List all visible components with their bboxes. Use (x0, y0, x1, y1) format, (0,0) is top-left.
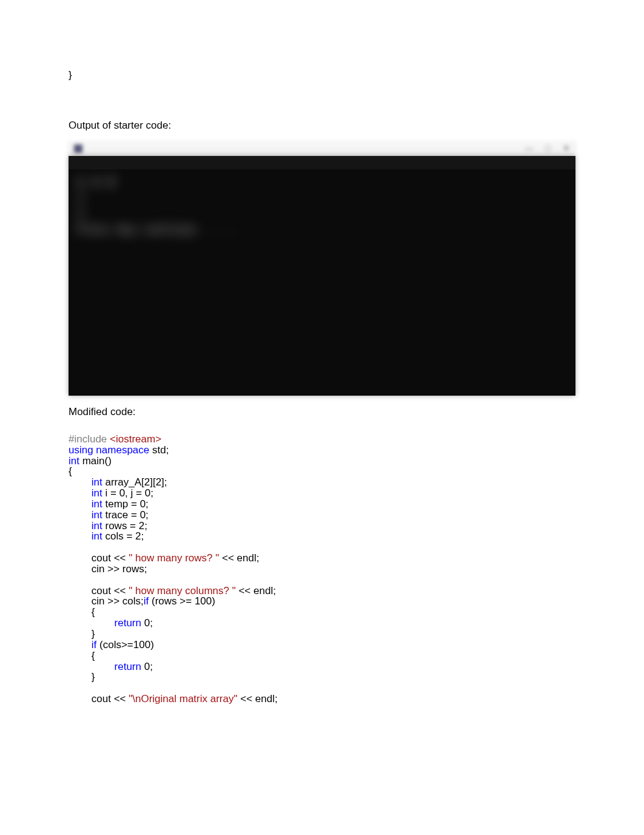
code-keyword: return (115, 617, 144, 629)
code-brace: } (92, 671, 95, 683)
code-text: cin >> cols; (92, 595, 144, 607)
code-keyword: if (144, 595, 152, 607)
code-text: cin >> rows; (92, 563, 147, 575)
code-keyword: int (92, 509, 106, 521)
code-text: << endl; (238, 693, 278, 705)
code-brace: { (92, 650, 95, 661)
code-string: "\nOriginal matrix array" (129, 693, 237, 705)
code-text: cout << (92, 552, 129, 564)
code-keyword: int (69, 455, 82, 467)
code-text: rows = 2; (105, 520, 147, 532)
console-line: 2 (77, 206, 235, 221)
code-keyword: int (92, 530, 106, 542)
console-titlebar: — □ ✕ (69, 141, 575, 156)
code-text: 0; (144, 661, 153, 672)
code-brace: { (69, 465, 72, 477)
code-keyword: int (92, 476, 106, 488)
code-keyword: int (92, 520, 106, 532)
code-keyword: if (92, 639, 99, 651)
code-string: " how many columns? " (129, 585, 235, 597)
code-keyword: int (92, 487, 106, 499)
code-text: << endl; (236, 585, 276, 597)
code-include: <iostream> (110, 433, 161, 445)
minimize-icon: — (525, 143, 534, 154)
code-text: i = 0, j = 0; (105, 487, 153, 499)
code-text: main() (82, 455, 112, 467)
output-label: Output of starter code: (69, 119, 575, 133)
code-text: trace = 0; (105, 509, 148, 521)
window-controls: — □ ✕ (525, 143, 570, 154)
code-text: (rows >= 100) (152, 595, 215, 607)
modified-code-label: Modified code: (69, 405, 575, 419)
code-brace: } (92, 628, 95, 640)
code-text: cout << (92, 585, 129, 597)
code-text: << endl; (219, 552, 259, 564)
code-directive: #include (69, 433, 110, 445)
code-text: cols = 2; (105, 530, 144, 542)
code-keyword: return (115, 661, 144, 672)
top-close-brace: } (69, 69, 575, 83)
console-window: — □ ✕ 1 3 5 1 2 Press key continue . . . (69, 141, 575, 396)
code-brace: { (92, 606, 95, 618)
code-keyword: int (92, 498, 106, 510)
console-icon (74, 144, 82, 153)
console-line: 1 3 5 (77, 174, 235, 190)
code-text: temp = 0; (105, 498, 148, 510)
code-text: std; (152, 444, 169, 456)
console-strip (69, 156, 575, 169)
code-keyword: using namespace (69, 444, 152, 456)
code-text: cout << (92, 693, 129, 705)
code-string: " how many rows? " (129, 552, 219, 564)
maximize-icon: □ (546, 143, 551, 154)
code-block: #include <iostream> using namespace std;… (69, 434, 575, 705)
console-line: Press key continue . . . (77, 221, 235, 237)
code-text: array_A[2][2]; (105, 476, 167, 488)
console-output-blurred: 1 3 5 1 2 Press key continue . . . (69, 169, 243, 242)
console-line: 1 (77, 190, 235, 206)
code-text: (cols>=100) (99, 639, 154, 651)
close-icon: ✕ (563, 143, 570, 154)
code-text: 0; (144, 617, 153, 629)
console-body: 1 3 5 1 2 Press key continue . . . (69, 156, 575, 396)
